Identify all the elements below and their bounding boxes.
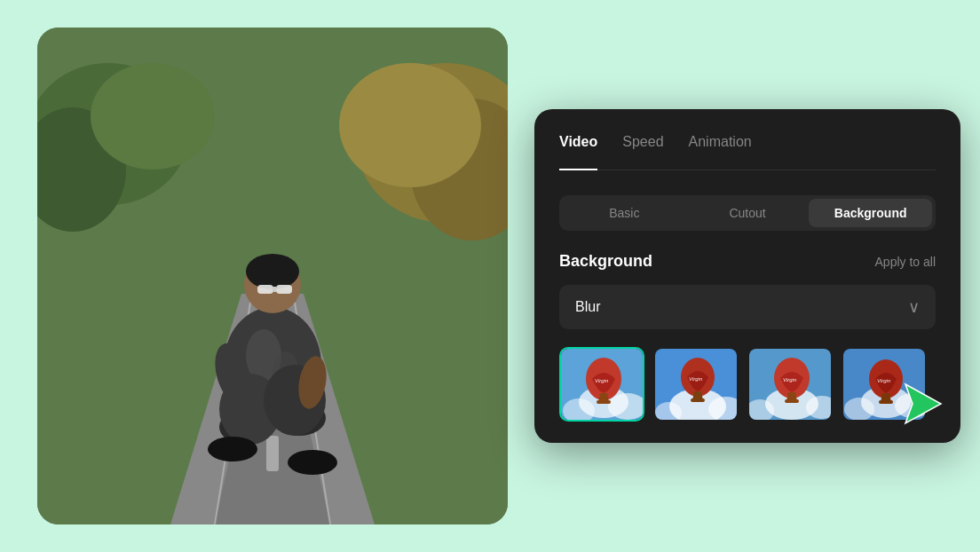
svg-point-14 bbox=[246, 254, 299, 289]
svg-rect-9 bbox=[266, 436, 279, 471]
chevron-down-icon: ∨ bbox=[908, 297, 920, 317]
background-scene bbox=[37, 28, 508, 524]
svg-point-28 bbox=[288, 450, 337, 475]
thumbnail-2[interactable]: Virgin bbox=[653, 347, 739, 422]
tab-speed[interactable]: Speed bbox=[622, 134, 663, 159]
photo-card bbox=[37, 28, 508, 524]
svg-text:Virgin: Virgin bbox=[689, 376, 703, 382]
svg-point-54 bbox=[844, 398, 874, 421]
sub-tabs: Basic Cutout Background bbox=[559, 195, 936, 231]
svg-rect-15 bbox=[257, 285, 273, 294]
main-tabs: Video Speed Animation bbox=[559, 134, 936, 170]
svg-rect-50 bbox=[785, 399, 799, 403]
svg-point-27 bbox=[208, 437, 257, 461]
thumbnails-row: Virgin Virgin bbox=[559, 347, 936, 422]
svg-text:Virgin: Virgin bbox=[877, 378, 891, 383]
svg-point-3 bbox=[91, 63, 215, 170]
thumbnails-section: Virgin Virgin bbox=[559, 347, 936, 422]
sub-tab-background[interactable]: Background bbox=[809, 199, 932, 227]
thumbnail-4[interactable]: Virgin bbox=[842, 347, 927, 422]
section-title: Background bbox=[559, 252, 652, 271]
settings-panel: Video Speed Animation Basic Cutout Backg… bbox=[534, 109, 960, 443]
svg-rect-57 bbox=[879, 400, 893, 404]
svg-rect-17 bbox=[273, 287, 276, 292]
svg-rect-16 bbox=[276, 285, 292, 294]
blur-dropdown[interactable]: Blur ∨ bbox=[559, 285, 936, 329]
svg-rect-43 bbox=[691, 398, 705, 402]
section-header: Background Apply to all bbox=[559, 252, 936, 271]
svg-point-6 bbox=[339, 63, 481, 187]
sub-tab-cutout[interactable]: Cutout bbox=[686, 199, 810, 227]
svg-text:Virgin: Virgin bbox=[783, 377, 797, 382]
apply-to-all-button[interactable]: Apply to all bbox=[875, 255, 936, 269]
svg-rect-36 bbox=[597, 400, 611, 404]
thumbnail-1[interactable]: Virgin bbox=[559, 347, 644, 422]
thumbnail-3[interactable]: Virgin bbox=[747, 347, 833, 422]
sub-tab-basic[interactable]: Basic bbox=[563, 199, 686, 227]
tab-video[interactable]: Video bbox=[559, 134, 597, 159]
dropdown-selected-label: Blur bbox=[575, 299, 600, 315]
tab-animation[interactable]: Animation bbox=[689, 134, 752, 159]
svg-text:Virgin: Virgin bbox=[595, 378, 609, 383]
main-container: Video Speed Animation Basic Cutout Backg… bbox=[20, 19, 960, 533]
